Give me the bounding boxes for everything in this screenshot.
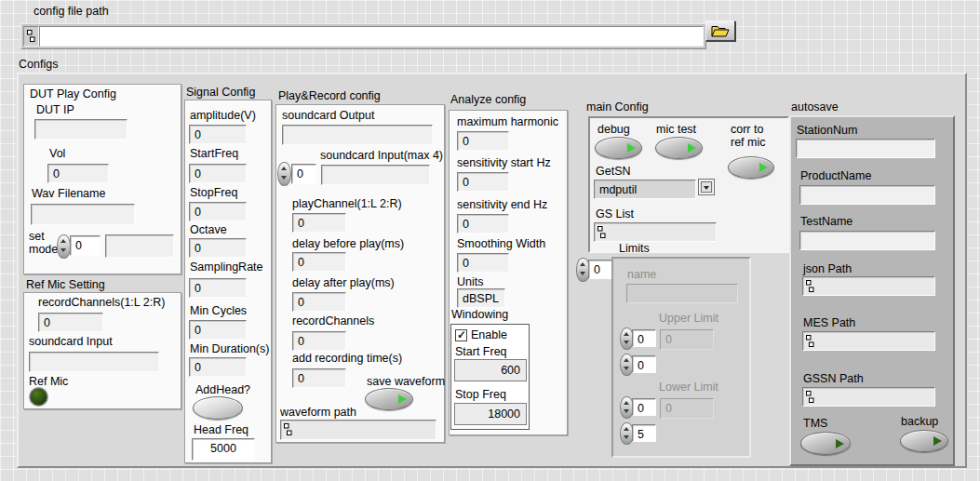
main-config-box: debug mic test corr to ref mic GetSN mdp… bbox=[588, 116, 789, 253]
addhead-toggle[interactable] bbox=[193, 396, 243, 420]
getsn-label: GetSN bbox=[596, 166, 631, 178]
save-waveform-toggle[interactable] bbox=[365, 388, 413, 410]
upper-limit-index-2[interactable]: 0 bbox=[632, 355, 656, 373]
getsn-dropdown-button[interactable] bbox=[698, 179, 715, 195]
gssn-path-label: GSSN Path bbox=[803, 373, 864, 385]
gs-list-label: GS List bbox=[596, 208, 634, 220]
dut-play-config-box: DUT Play Config DUT IP Vol 0 Wav Filenam… bbox=[23, 84, 181, 274]
maximum-harmonic-field[interactable]: 0 bbox=[457, 131, 509, 151]
save-waveform-label: save waveform bbox=[367, 376, 445, 388]
samplingrate-field[interactable]: 0 bbox=[189, 278, 247, 298]
dut-ip-field[interactable] bbox=[34, 119, 128, 140]
min-duration-label: Min Duration(s) bbox=[190, 343, 269, 355]
enable-label: Enable bbox=[471, 329, 507, 341]
getsn-ring-field[interactable]: mdputil bbox=[594, 180, 696, 199]
backup-label: backup bbox=[901, 416, 938, 428]
autosave-title: autosave bbox=[791, 101, 839, 114]
limits-index-field[interactable]: 0 bbox=[588, 260, 613, 279]
config-file-path-value[interactable] bbox=[39, 26, 704, 47]
min-cycles-label: Min Cycles bbox=[190, 305, 247, 317]
vol-label: Vol bbox=[49, 148, 65, 160]
browse-folder-button[interactable] bbox=[705, 20, 735, 41]
analyze-config-box: maximum harmonic 0 sensitivity start Hz … bbox=[449, 110, 568, 435]
debug-toggle[interactable] bbox=[595, 137, 642, 159]
sensitivity-end-label: sensitivity end Hz bbox=[457, 199, 547, 211]
head-freq-field[interactable]: 5000 bbox=[192, 438, 255, 461]
green-arrow-icon bbox=[398, 394, 407, 404]
stop-freq-label: Stop Freq bbox=[455, 389, 506, 401]
startfreq-field[interactable]: 0 bbox=[189, 164, 247, 183]
sensitivity-start-field[interactable]: 0 bbox=[457, 172, 509, 192]
stopfreq-label: StopFreq bbox=[190, 187, 237, 199]
configs-frame-label: Configs bbox=[19, 59, 58, 71]
soundcard-input-max4-label: soundcard Input(max 4) bbox=[320, 150, 443, 162]
waveform-path-field[interactable] bbox=[280, 420, 436, 440]
dark-green-arrow-icon bbox=[933, 436, 942, 446]
delay-after-play-label: delay after play(ms) bbox=[292, 277, 395, 289]
mic-test-toggle[interactable] bbox=[655, 137, 703, 159]
head-freq-label: Head Freq bbox=[194, 424, 248, 436]
stationnum-field[interactable] bbox=[796, 139, 935, 158]
start-freq-field[interactable]: 600 bbox=[454, 359, 527, 381]
windowing-label: Windowing bbox=[451, 309, 508, 321]
vol-field[interactable]: 0 bbox=[47, 164, 109, 183]
sensitivity-end-field[interactable]: 0 bbox=[457, 214, 509, 234]
corr-to-ref-mic-toggle[interactable] bbox=[728, 156, 774, 179]
stop-freq-field[interactable]: 18000 bbox=[454, 403, 527, 425]
units-field[interactable]: dBSPL bbox=[457, 288, 505, 308]
ref-mic-led bbox=[30, 388, 47, 406]
soundcard-input-field[interactable] bbox=[321, 165, 430, 185]
ref-record-channels-field[interactable]: 0 bbox=[38, 313, 103, 332]
lower-limit-index-2[interactable]: 5 bbox=[632, 424, 656, 442]
json-path-label: json Path bbox=[803, 263, 852, 275]
corr-to-ref-mic-label-line1: corr to bbox=[731, 124, 763, 136]
json-path-field[interactable] bbox=[802, 276, 935, 296]
min-cycles-field[interactable]: 0 bbox=[189, 320, 247, 340]
gssn-path-field[interactable] bbox=[802, 387, 935, 407]
backup-toggle[interactable] bbox=[900, 430, 948, 452]
lower-limit-index-1[interactable]: 0 bbox=[632, 398, 656, 416]
delay-after-play-field[interactable]: 0 bbox=[292, 292, 346, 312]
productname-label: ProductName bbox=[800, 170, 871, 182]
samplingrate-label: SamplingRate bbox=[190, 261, 263, 274]
record-channels-field[interactable]: 0 bbox=[292, 331, 346, 351]
analyze-config-title: Analyze config bbox=[450, 94, 526, 106]
add-recording-time-field[interactable]: 0 bbox=[292, 368, 346, 388]
delay-before-play-field[interactable]: 0 bbox=[292, 252, 346, 272]
tms-toggle[interactable] bbox=[800, 432, 851, 455]
wav-filename-field[interactable] bbox=[31, 204, 135, 225]
dut-ip-label: DUT IP bbox=[36, 104, 74, 116]
config-file-path-control[interactable] bbox=[20, 23, 706, 49]
soundcard-input-index-field[interactable]: 0 bbox=[291, 164, 316, 184]
octave-field[interactable]: 0 bbox=[189, 238, 247, 258]
min-duration-field[interactable]: 0 bbox=[189, 357, 247, 377]
stopfreq-field[interactable]: 0 bbox=[189, 202, 247, 221]
amplitude-field[interactable]: 0 bbox=[189, 125, 247, 144]
soundcard-input-spinner[interactable] bbox=[277, 162, 291, 186]
path-icon bbox=[806, 280, 814, 293]
set-mode-index-field[interactable]: 0 bbox=[70, 235, 101, 256]
set-mode-display bbox=[105, 234, 174, 258]
set-mode-spinner[interactable] bbox=[57, 234, 71, 259]
soundcard-output-field[interactable] bbox=[282, 125, 433, 145]
path-icon bbox=[806, 335, 814, 348]
playchannel-field[interactable]: 0 bbox=[292, 213, 346, 233]
smoothing-width-label: Smoothing Width bbox=[457, 238, 545, 250]
limits-cluster: name Upper Limit 0 0 0 Lower Limit 0 0 5 bbox=[611, 257, 751, 458]
upper-limit-index-1[interactable]: 0 bbox=[632, 329, 656, 347]
enable-checkbox[interactable] bbox=[455, 329, 467, 341]
limits-title: Limits bbox=[619, 243, 650, 255]
smoothing-width-field[interactable]: 0 bbox=[457, 253, 509, 273]
startfreq-label: StartFreq bbox=[190, 148, 238, 160]
testname-field[interactable] bbox=[799, 231, 935, 250]
ref-soundcard-input-field[interactable] bbox=[29, 352, 159, 372]
gs-list-path-field[interactable] bbox=[594, 222, 717, 242]
tms-label: TMS bbox=[803, 418, 827, 430]
mes-path-field[interactable] bbox=[802, 331, 935, 351]
dark-green-arrow-icon bbox=[836, 439, 844, 448]
sensitivity-start-label: sensitivity start Hz bbox=[457, 157, 551, 169]
productname-field[interactable] bbox=[799, 185, 935, 205]
mes-path-label: MES Path bbox=[803, 317, 855, 329]
debug-label: debug bbox=[597, 124, 630, 136]
lower-limit-label: Lower Limit bbox=[659, 381, 718, 394]
